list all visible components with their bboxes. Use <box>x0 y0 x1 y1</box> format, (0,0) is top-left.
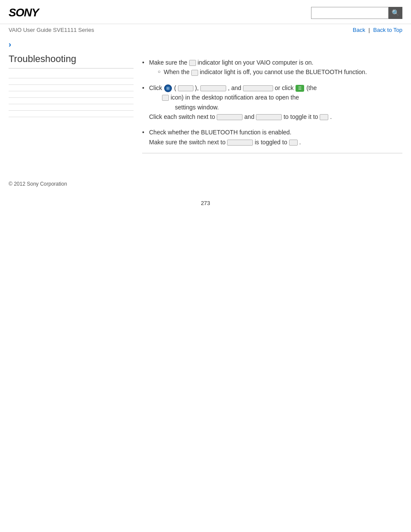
the-text: (the <box>306 84 317 91</box>
sidebar-item-4[interactable] <box>9 91 134 98</box>
sidebar-item-3[interactable] <box>9 85 134 91</box>
click-paren: ( <box>174 84 176 91</box>
settings-window-text: settings window. <box>149 104 219 111</box>
list-item-2: Click ( ), , and or click (the icon) in … <box>142 83 402 122</box>
toggle-text: to toggle it to <box>283 113 320 120</box>
settings-small-icon <box>162 95 169 101</box>
list-item-3: Check whether the BLUETOOTH function is … <box>142 128 402 147</box>
sub1-suffix: indicator light is off, you cannot use t… <box>200 68 367 75</box>
or-click-text: or click <box>275 84 295 91</box>
bluetooth-switch-image <box>227 140 253 146</box>
click-paren-close: ), <box>195 84 200 91</box>
content-list: Make sure the indicator light on your VA… <box>142 58 402 147</box>
on-image <box>320 114 328 120</box>
sony-logo: SONY <box>9 6 39 19</box>
sidebar-item-6[interactable] <box>9 104 134 111</box>
sub-item-1: When the indicator light is off, you can… <box>158 67 402 77</box>
main-content: Troubleshooting Make sure the indicator … <box>0 49 411 164</box>
nav-bar: VAIO User Guide SVE1111 Series Back | Ba… <box>0 24 411 36</box>
and-text-2: and <box>244 113 256 120</box>
indicator-light-image <box>189 60 196 66</box>
make-sure-text: Make sure the switch next to <box>149 139 227 146</box>
header: SONY 🔍 <box>0 0 411 24</box>
on-image-2 <box>289 140 298 146</box>
search-area: 🔍 <box>311 7 402 19</box>
guide-title: VAIO User Guide SVE1111 Series <box>9 27 94 33</box>
switch1-image <box>217 114 243 120</box>
is-toggled-text: is toggled to <box>255 139 289 146</box>
back-to-top-link[interactable]: Back to Top <box>373 27 402 33</box>
indicator-light-image-2 <box>191 70 198 76</box>
click-label: Click <box>149 84 164 91</box>
back-link[interactable]: Back <box>353 27 365 33</box>
copyright-text: © 2012 Sony Corporation <box>9 181 67 187</box>
all-programs-image <box>200 85 226 91</box>
start-button-image <box>178 85 193 91</box>
dot-2: . <box>299 139 301 146</box>
search-button[interactable]: 🔍 <box>389 7 402 19</box>
sidebar-item-5[interactable] <box>9 98 134 104</box>
sidebar-title: Troubleshooting <box>9 53 134 68</box>
list-item-1: Make sure the indicator light on your VA… <box>142 58 402 77</box>
sub1-prefix: When the <box>164 68 191 75</box>
content-divider <box>142 153 402 153</box>
breadcrumb-arrow[interactable]: › <box>9 40 11 49</box>
windows-start-icon <box>164 84 172 92</box>
sub-list-1: When the indicator light is off, you can… <box>149 67 402 77</box>
check-bluetooth-text: Check whether the BLUETOOTH function is … <box>149 129 291 136</box>
accessories-image <box>243 85 273 91</box>
sidebar-item-2[interactable] <box>9 78 134 85</box>
sidebar-item-7[interactable] <box>9 111 134 117</box>
dot-1: . <box>330 113 332 120</box>
sidebar-item-1[interactable] <box>9 72 134 78</box>
search-input[interactable] <box>311 7 389 19</box>
content-area: Make sure the indicator light on your VA… <box>142 53 402 159</box>
breadcrumb-section: › <box>0 36 411 49</box>
and-text: , and <box>228 84 243 91</box>
bullet1-suffix: indicator light on your VAIO computer is… <box>198 59 314 66</box>
nav-links: Back | Back to Top <box>353 27 402 33</box>
nav-separator: | <box>368 27 371 33</box>
footer: © 2012 Sony Corporation <box>0 177 411 191</box>
click-each-text: Click each switch next to <box>149 113 217 120</box>
page-number: 273 <box>0 191 411 215</box>
switch2-image <box>256 114 282 120</box>
icon-desc-text: icon) in the desktop notification area t… <box>149 94 299 101</box>
settings-notification-icon <box>296 85 304 92</box>
bullet1-prefix: Make sure the <box>149 59 189 66</box>
sidebar: Troubleshooting <box>9 53 134 159</box>
